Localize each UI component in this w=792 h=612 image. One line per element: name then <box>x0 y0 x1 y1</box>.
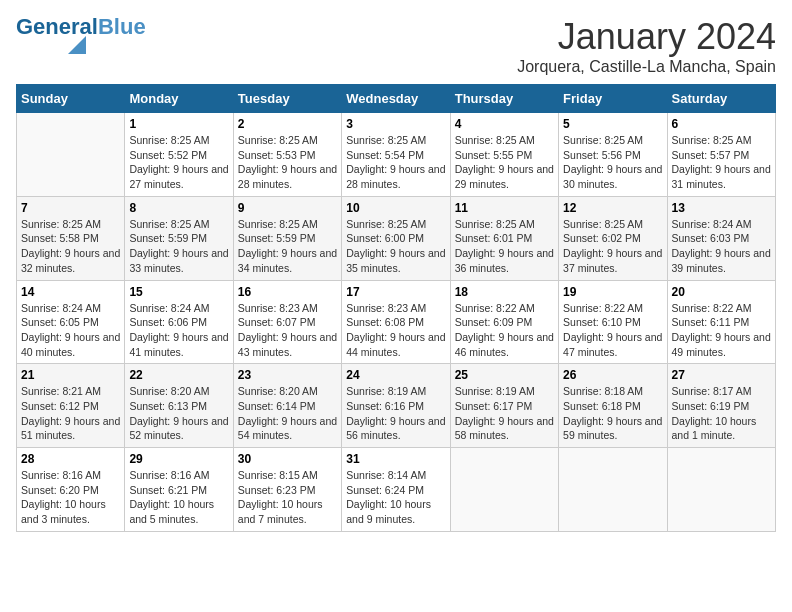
day-info: Sunrise: 8:25 AMSunset: 6:01 PMDaylight:… <box>455 217 554 276</box>
calendar-cell: 19Sunrise: 8:22 AMSunset: 6:10 PMDayligh… <box>559 280 667 364</box>
calendar-week-row: 1Sunrise: 8:25 AMSunset: 5:52 PMDaylight… <box>17 113 776 197</box>
calendar-cell: 3Sunrise: 8:25 AMSunset: 5:54 PMDaylight… <box>342 113 450 197</box>
calendar-cell <box>17 113 125 197</box>
day-info: Sunrise: 8:25 AMSunset: 5:52 PMDaylight:… <box>129 133 228 192</box>
day-info: Sunrise: 8:25 AMSunset: 5:57 PMDaylight:… <box>672 133 771 192</box>
calendar-cell: 8Sunrise: 8:25 AMSunset: 5:59 PMDaylight… <box>125 196 233 280</box>
weekday-header-row: SundayMondayTuesdayWednesdayThursdayFrid… <box>17 85 776 113</box>
day-number: 12 <box>563 201 662 215</box>
day-number: 20 <box>672 285 771 299</box>
day-info: Sunrise: 8:25 AMSunset: 6:00 PMDaylight:… <box>346 217 445 276</box>
weekday-header-monday: Monday <box>125 85 233 113</box>
calendar-title: January 2024 <box>517 16 776 58</box>
day-info: Sunrise: 8:25 AMSunset: 6:02 PMDaylight:… <box>563 217 662 276</box>
calendar-cell: 22Sunrise: 8:20 AMSunset: 6:13 PMDayligh… <box>125 364 233 448</box>
day-number: 2 <box>238 117 337 131</box>
page-header: GeneralBlue January 2024 Jorquera, Casti… <box>16 16 776 76</box>
day-info: Sunrise: 8:19 AMSunset: 6:16 PMDaylight:… <box>346 384 445 443</box>
day-number: 26 <box>563 368 662 382</box>
day-info: Sunrise: 8:25 AMSunset: 5:53 PMDaylight:… <box>238 133 337 192</box>
logo: GeneralBlue <box>16 16 146 54</box>
day-info: Sunrise: 8:22 AMSunset: 6:11 PMDaylight:… <box>672 301 771 360</box>
calendar-cell: 5Sunrise: 8:25 AMSunset: 5:56 PMDaylight… <box>559 113 667 197</box>
day-number: 5 <box>563 117 662 131</box>
calendar-cell: 25Sunrise: 8:19 AMSunset: 6:17 PMDayligh… <box>450 364 558 448</box>
calendar-cell: 6Sunrise: 8:25 AMSunset: 5:57 PMDaylight… <box>667 113 775 197</box>
day-number: 6 <box>672 117 771 131</box>
day-number: 30 <box>238 452 337 466</box>
day-info: Sunrise: 8:23 AMSunset: 6:08 PMDaylight:… <box>346 301 445 360</box>
day-number: 22 <box>129 368 228 382</box>
logo-part2: Blue <box>98 14 146 39</box>
day-number: 25 <box>455 368 554 382</box>
calendar-cell: 23Sunrise: 8:20 AMSunset: 6:14 PMDayligh… <box>233 364 341 448</box>
calendar-cell: 11Sunrise: 8:25 AMSunset: 6:01 PMDayligh… <box>450 196 558 280</box>
day-info: Sunrise: 8:19 AMSunset: 6:17 PMDaylight:… <box>455 384 554 443</box>
calendar-subtitle: Jorquera, Castille-La Mancha, Spain <box>517 58 776 76</box>
day-number: 8 <box>129 201 228 215</box>
calendar-cell <box>667 448 775 532</box>
calendar-cell: 20Sunrise: 8:22 AMSunset: 6:11 PMDayligh… <box>667 280 775 364</box>
weekday-header-sunday: Sunday <box>17 85 125 113</box>
calendar-cell: 31Sunrise: 8:14 AMSunset: 6:24 PMDayligh… <box>342 448 450 532</box>
calendar-cell: 12Sunrise: 8:25 AMSunset: 6:02 PMDayligh… <box>559 196 667 280</box>
weekday-header-saturday: Saturday <box>667 85 775 113</box>
day-number: 14 <box>21 285 120 299</box>
weekday-header-thursday: Thursday <box>450 85 558 113</box>
calendar-cell: 16Sunrise: 8:23 AMSunset: 6:07 PMDayligh… <box>233 280 341 364</box>
day-number: 7 <box>21 201 120 215</box>
calendar-cell: 21Sunrise: 8:21 AMSunset: 6:12 PMDayligh… <box>17 364 125 448</box>
weekday-header-friday: Friday <box>559 85 667 113</box>
day-info: Sunrise: 8:20 AMSunset: 6:13 PMDaylight:… <box>129 384 228 443</box>
day-info: Sunrise: 8:24 AMSunset: 6:05 PMDaylight:… <box>21 301 120 360</box>
day-number: 27 <box>672 368 771 382</box>
weekday-header-wednesday: Wednesday <box>342 85 450 113</box>
calendar-cell: 4Sunrise: 8:25 AMSunset: 5:55 PMDaylight… <box>450 113 558 197</box>
day-info: Sunrise: 8:17 AMSunset: 6:19 PMDaylight:… <box>672 384 771 443</box>
calendar-cell: 7Sunrise: 8:25 AMSunset: 5:58 PMDaylight… <box>17 196 125 280</box>
day-number: 18 <box>455 285 554 299</box>
day-info: Sunrise: 8:21 AMSunset: 6:12 PMDaylight:… <box>21 384 120 443</box>
day-number: 15 <box>129 285 228 299</box>
calendar-cell: 17Sunrise: 8:23 AMSunset: 6:08 PMDayligh… <box>342 280 450 364</box>
day-number: 13 <box>672 201 771 215</box>
calendar-cell: 24Sunrise: 8:19 AMSunset: 6:16 PMDayligh… <box>342 364 450 448</box>
day-info: Sunrise: 8:25 AMSunset: 5:58 PMDaylight:… <box>21 217 120 276</box>
day-number: 10 <box>346 201 445 215</box>
day-info: Sunrise: 8:16 AMSunset: 6:20 PMDaylight:… <box>21 468 120 527</box>
day-number: 21 <box>21 368 120 382</box>
title-area: January 2024 Jorquera, Castille-La Manch… <box>517 16 776 76</box>
day-number: 31 <box>346 452 445 466</box>
logo-arrow-icon <box>68 36 86 54</box>
calendar-cell: 9Sunrise: 8:25 AMSunset: 5:59 PMDaylight… <box>233 196 341 280</box>
calendar-cell: 27Sunrise: 8:17 AMSunset: 6:19 PMDayligh… <box>667 364 775 448</box>
day-info: Sunrise: 8:25 AMSunset: 5:54 PMDaylight:… <box>346 133 445 192</box>
day-number: 3 <box>346 117 445 131</box>
calendar-cell: 13Sunrise: 8:24 AMSunset: 6:03 PMDayligh… <box>667 196 775 280</box>
day-info: Sunrise: 8:25 AMSunset: 5:56 PMDaylight:… <box>563 133 662 192</box>
calendar-cell <box>450 448 558 532</box>
calendar-week-row: 7Sunrise: 8:25 AMSunset: 5:58 PMDaylight… <box>17 196 776 280</box>
calendar-cell: 14Sunrise: 8:24 AMSunset: 6:05 PMDayligh… <box>17 280 125 364</box>
day-info: Sunrise: 8:24 AMSunset: 6:03 PMDaylight:… <box>672 217 771 276</box>
day-number: 4 <box>455 117 554 131</box>
day-info: Sunrise: 8:20 AMSunset: 6:14 PMDaylight:… <box>238 384 337 443</box>
day-number: 19 <box>563 285 662 299</box>
day-number: 1 <box>129 117 228 131</box>
calendar-cell: 29Sunrise: 8:16 AMSunset: 6:21 PMDayligh… <box>125 448 233 532</box>
calendar-cell: 18Sunrise: 8:22 AMSunset: 6:09 PMDayligh… <box>450 280 558 364</box>
calendar-cell: 30Sunrise: 8:15 AMSunset: 6:23 PMDayligh… <box>233 448 341 532</box>
calendar-cell: 10Sunrise: 8:25 AMSunset: 6:00 PMDayligh… <box>342 196 450 280</box>
calendar-cell: 28Sunrise: 8:16 AMSunset: 6:20 PMDayligh… <box>17 448 125 532</box>
calendar-week-row: 14Sunrise: 8:24 AMSunset: 6:05 PMDayligh… <box>17 280 776 364</box>
day-info: Sunrise: 8:16 AMSunset: 6:21 PMDaylight:… <box>129 468 228 527</box>
day-number: 9 <box>238 201 337 215</box>
calendar-week-row: 21Sunrise: 8:21 AMSunset: 6:12 PMDayligh… <box>17 364 776 448</box>
day-number: 29 <box>129 452 228 466</box>
weekday-header-tuesday: Tuesday <box>233 85 341 113</box>
calendar-cell: 2Sunrise: 8:25 AMSunset: 5:53 PMDaylight… <box>233 113 341 197</box>
day-number: 17 <box>346 285 445 299</box>
calendar-cell: 15Sunrise: 8:24 AMSunset: 6:06 PMDayligh… <box>125 280 233 364</box>
day-info: Sunrise: 8:18 AMSunset: 6:18 PMDaylight:… <box>563 384 662 443</box>
day-info: Sunrise: 8:24 AMSunset: 6:06 PMDaylight:… <box>129 301 228 360</box>
